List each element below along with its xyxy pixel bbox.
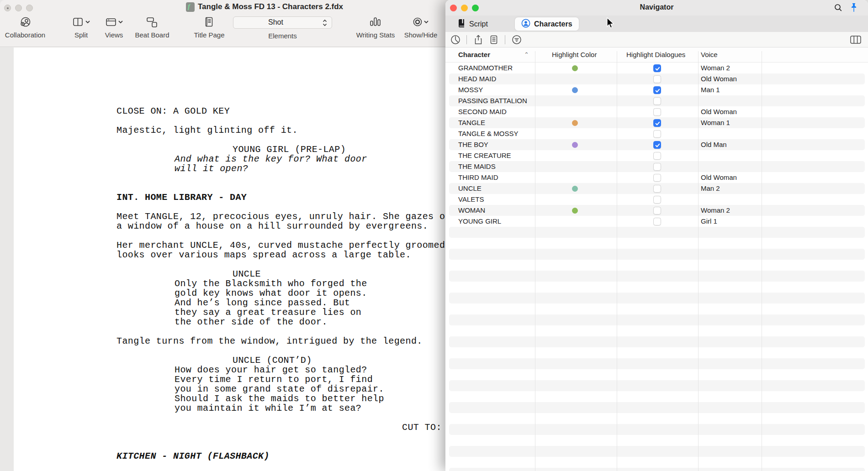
- character-name[interactable]: THE BOY: [458, 141, 488, 148]
- character-name[interactable]: WOMAN: [458, 206, 485, 214]
- highlight-dialogues-checkbox[interactable]: [653, 119, 661, 127]
- empty-table-row[interactable]: [445, 249, 868, 260]
- highlight-dialogues-checkbox[interactable]: [653, 86, 661, 94]
- character-name[interactable]: UNCLE: [458, 184, 482, 192]
- highlight-dialogues-checkbox[interactable]: [653, 152, 661, 160]
- highlight-color-dot[interactable]: [572, 87, 578, 93]
- writing-stats-button[interactable]: Writing Stats: [348, 16, 403, 45]
- empty-table-row[interactable]: [445, 282, 868, 293]
- empty-table-row[interactable]: [445, 369, 868, 380]
- table-row[interactable]: MOSSY Man 1: [445, 84, 868, 95]
- title-page-button[interactable]: Title Page: [186, 16, 232, 45]
- highlight-dialogues-checkbox[interactable]: [653, 64, 661, 72]
- character-name[interactable]: SECOND MAID: [458, 108, 507, 115]
- character-name[interactable]: TANGLE: [458, 119, 485, 126]
- character-name[interactable]: YOUNG GIRL: [458, 217, 501, 225]
- table-row[interactable]: VALETS: [445, 194, 868, 205]
- table-row[interactable]: THIRD MAID Old Woman: [445, 172, 868, 183]
- collaboration-button[interactable]: Collaboration: [0, 16, 50, 45]
- character-name[interactable]: TANGLE & MOSSY: [458, 130, 518, 137]
- voice-value[interactable]: Old Woman: [701, 108, 737, 115]
- empty-table-row[interactable]: [445, 238, 868, 249]
- voice-value[interactable]: Old Woman: [701, 173, 737, 181]
- highlight-dialogues-checkbox[interactable]: [653, 174, 661, 182]
- voice-value[interactable]: Man 1: [701, 86, 720, 94]
- highlight-dialogues-checkbox[interactable]: [653, 97, 661, 105]
- voice-value[interactable]: Woman 1: [701, 119, 730, 126]
- table-row[interactable]: TANGLE Woman 1: [445, 117, 868, 128]
- empty-table-row[interactable]: [445, 358, 868, 369]
- character-name[interactable]: PASSING BATTALION: [458, 97, 527, 105]
- voice-value[interactable]: Old Man: [701, 141, 727, 148]
- character-name[interactable]: HEAD MAID: [458, 75, 496, 83]
- voice-value[interactable]: Woman 2: [701, 64, 730, 72]
- empty-table-row[interactable]: [445, 435, 868, 446]
- highlight-color-dot[interactable]: [572, 142, 578, 148]
- table-row[interactable]: PASSING BATTALION: [445, 95, 868, 106]
- table-row[interactable]: THE CREATURE: [445, 150, 868, 161]
- tab-script[interactable]: Script: [451, 17, 494, 31]
- views-button[interactable]: Views: [97, 16, 131, 45]
- empty-table-row[interactable]: [445, 227, 868, 238]
- character-name[interactable]: THIRD MAID: [458, 173, 498, 181]
- empty-table-row[interactable]: [445, 457, 868, 468]
- voice-value[interactable]: Woman 2: [701, 206, 730, 214]
- share-icon[interactable]: [473, 34, 484, 47]
- highlight-dialogues-checkbox[interactable]: [653, 130, 661, 138]
- highlight-dialogues-checkbox[interactable]: [653, 163, 661, 171]
- empty-table-row[interactable]: [445, 468, 868, 471]
- empty-table-row[interactable]: [445, 304, 868, 314]
- table-row[interactable]: THE BOY Old Man: [445, 139, 868, 150]
- empty-table-row[interactable]: [445, 314, 868, 325]
- search-icon[interactable]: [834, 3, 843, 14]
- close-button[interactable]: [4, 5, 11, 11]
- highlight-color-dot[interactable]: [572, 65, 578, 71]
- highlight-color-dot[interactable]: [572, 208, 578, 214]
- empty-table-row[interactable]: [445, 336, 868, 347]
- character-name[interactable]: THE CREATURE: [458, 152, 511, 159]
- highlight-dialogues-checkbox[interactable]: [653, 108, 661, 116]
- column-header-highlight-color[interactable]: Highlight Color: [552, 51, 597, 58]
- highlight-dialogues-checkbox[interactable]: [653, 75, 661, 83]
- character-name[interactable]: THE MAIDS: [458, 162, 496, 170]
- highlight-dialogues-checkbox[interactable]: [653, 141, 661, 149]
- filter-icon[interactable]: [511, 34, 522, 47]
- table-row[interactable]: WOMAN Woman 2: [445, 205, 868, 216]
- highlight-dialogues-checkbox[interactable]: [653, 185, 661, 193]
- highlight-dialogues-checkbox[interactable]: [653, 196, 661, 204]
- beat-board-button[interactable]: Beat Board: [129, 16, 175, 45]
- empty-table-row[interactable]: [445, 424, 868, 435]
- empty-table-row[interactable]: [445, 413, 868, 424]
- column-header-highlight-dialogues[interactable]: Highlight Dialogues: [626, 51, 685, 58]
- empty-table-row[interactable]: [445, 446, 868, 457]
- show-hide-button[interactable]: Show/Hide: [398, 16, 444, 45]
- table-row[interactable]: GRANDMOTHER Woman 2: [445, 63, 868, 73]
- voice-value[interactable]: Girl 1: [701, 217, 717, 225]
- empty-table-row[interactable]: [445, 271, 868, 282]
- table-row[interactable]: UNCLE Man 2: [445, 183, 868, 194]
- empty-table-row[interactable]: [445, 325, 868, 336]
- table-row[interactable]: TANGLE & MOSSY: [445, 128, 868, 139]
- voice-value[interactable]: Man 2: [701, 184, 720, 192]
- table-row[interactable]: HEAD MAID Old Woman: [445, 73, 868, 84]
- highlight-dialogues-checkbox[interactable]: [653, 207, 661, 215]
- pin-icon[interactable]: [850, 2, 858, 15]
- report-icon[interactable]: [488, 34, 499, 47]
- character-name[interactable]: MOSSY: [458, 86, 483, 94]
- table-row[interactable]: YOUNG GIRL Girl 1: [445, 216, 868, 227]
- table-row[interactable]: THE MAIDS: [445, 161, 868, 172]
- empty-table-row[interactable]: [445, 391, 868, 402]
- empty-table-row[interactable]: [445, 260, 868, 271]
- elements-dropdown[interactable]: Shot: [233, 16, 332, 29]
- highlight-color-dot[interactable]: [572, 186, 578, 192]
- timing-clock-icon[interactable]: [450, 34, 461, 47]
- empty-table-row[interactable]: [445, 380, 868, 391]
- tab-characters[interactable]: Characters: [515, 17, 579, 31]
- character-name[interactable]: VALETS: [458, 195, 484, 203]
- split-button[interactable]: Split: [64, 16, 98, 45]
- columns-icon[interactable]: [850, 34, 862, 47]
- empty-table-row[interactable]: [445, 402, 868, 413]
- highlight-color-dot[interactable]: [572, 120, 578, 126]
- highlight-dialogues-checkbox[interactable]: [653, 218, 661, 225]
- column-header-character[interactable]: Character: [458, 51, 490, 58]
